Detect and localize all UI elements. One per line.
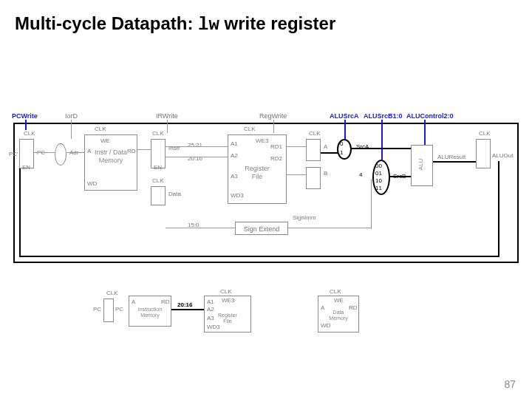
wire-alusrcb	[381, 120, 383, 160]
lbl-mem-we: WE	[100, 137, 110, 144]
thin-iord	[71, 120, 72, 139]
thin-ir-rf1	[166, 146, 228, 147]
lbl-clk-a: CLK	[309, 130, 321, 137]
page-number: 87	[504, 378, 516, 390]
lbl-alu: ALU	[417, 159, 424, 171]
wire-alusrca	[344, 120, 346, 140]
title-mono: lw	[198, 15, 219, 35]
mini-clk3: CLK	[330, 288, 341, 295]
data-register	[151, 186, 166, 205]
mux-iord	[55, 143, 66, 166]
thin-signext-up	[371, 179, 372, 229]
mux-01: 01	[375, 170, 382, 177]
lbl-aluresult: ALUResult	[437, 154, 466, 160]
wire-srcb-alu	[390, 176, 411, 177]
wire-aluctl	[424, 120, 426, 148]
sign-extend: Sign Extend	[235, 222, 288, 235]
ctrl-alusrcb: ALUSrcB1:0	[364, 112, 403, 120]
wire-feedback-bus-v-right	[498, 161, 499, 257]
mini-pcprime: PC	[93, 306, 101, 313]
ctrl-irwrite: IRWrite	[156, 112, 178, 120]
mini-bits: 20:16	[177, 301, 192, 308]
lbl-aluout: ALUOut	[492, 152, 513, 159]
thin-ir-rf2	[166, 157, 228, 157]
thin-ir-signext	[166, 228, 235, 228]
mini-datapath: CLK PC PC Instruction Memory A RD 20:16 …	[103, 288, 384, 340]
mux-11: 11	[375, 185, 382, 191]
mini-wire-instr	[171, 309, 204, 310]
mux-10: 10	[375, 177, 382, 184]
mini-clk1: CLK	[106, 290, 118, 296]
wire-a-to-mux	[321, 152, 338, 154]
thin-mux-mem	[66, 152, 84, 153]
thin-signext-muxb	[288, 228, 371, 228]
lbl-a3: A3	[231, 173, 238, 180]
lbl-signimm: SignImm	[293, 214, 316, 221]
ctrl-iord: IorD	[65, 112, 78, 120]
lbl-en-pc: EN	[22, 164, 30, 171]
datapath-diagram: PCWrite IorD IRWrite RegWrite ALUSrcA AL…	[13, 103, 519, 266]
thin-rd1-a	[287, 146, 306, 147]
mini-clk2: CLK	[220, 288, 232, 295]
mini-dmem-a: A	[321, 304, 324, 311]
mux-00: 00	[375, 163, 382, 169]
lbl-b-out: B	[324, 170, 327, 177]
wire-srca-alu	[352, 148, 411, 149]
b-register	[306, 167, 321, 189]
lbl-bits-25-21: 25:21	[188, 142, 202, 149]
thin-irwrite	[167, 120, 168, 133]
lbl-en-ir: EN	[154, 164, 162, 171]
wire-aluresult	[433, 161, 476, 163]
mini-imem-a: A	[132, 299, 135, 305]
ctrl-alucontrol: ALUControl2:0	[406, 112, 454, 120]
thin-rd2-b	[287, 174, 306, 175]
mini-wd3: WD3	[207, 324, 220, 330]
wire-pcwrite	[25, 120, 27, 130]
lbl-four: 4	[359, 171, 362, 178]
lbl-mem-wd: WD	[87, 180, 97, 187]
lbl-clk-ir: CLK	[152, 130, 164, 137]
aluout-register	[476, 139, 491, 168]
mini-pc-reg	[103, 299, 114, 322]
lbl-clk-aluout: CLK	[479, 130, 491, 137]
mini-a3: A3	[207, 315, 214, 321]
wire-feedback-bus-h	[19, 256, 499, 257]
mini-imem-rd: RD	[161, 299, 170, 305]
mini-dmem-wd: WD	[321, 322, 330, 329]
slide-title: Multi-cycle Datapath: lw write register	[15, 13, 335, 35]
a-register	[306, 139, 321, 161]
lbl-a1: A1	[231, 140, 238, 147]
thin-regwrite	[273, 120, 274, 133]
lbl-rd1: RD1	[270, 143, 282, 150]
lbl-data-out: Data	[168, 191, 181, 197]
lbl-a-out: A	[324, 143, 327, 150]
mux-alusrca	[337, 139, 352, 160]
lbl-mem-rd: RD	[127, 148, 136, 154]
mini-dmem-rd: RD	[349, 304, 358, 311]
title-pre: Multi-cycle Datapath:	[15, 13, 198, 33]
lbl-a2: A2	[231, 152, 238, 159]
thin-pc-mux	[34, 152, 55, 153]
lbl-rd2: RD2	[270, 155, 282, 162]
mini-pc: PC	[115, 306, 123, 313]
lbl-clk-data: CLK	[152, 177, 164, 184]
ctrl-pcwrite: PCWrite	[12, 112, 38, 120]
wire-feedback-bus-v-left	[19, 168, 21, 257]
title-post: write register	[219, 13, 335, 33]
lbl-mem-a: A	[87, 148, 91, 154]
mini-a1: A1	[207, 299, 214, 305]
ctrl-alusrca: ALUSrcA	[330, 112, 359, 120]
thin-mem-ir	[137, 149, 151, 150]
mini-dmem-we: WE	[334, 297, 344, 304]
lbl-pcprime: PC'	[9, 151, 18, 157]
lbl-clk-mem: CLK	[95, 126, 106, 132]
lbl-we3: WE3	[256, 137, 268, 144]
lbl-wd3: WD3	[231, 192, 244, 199]
lbl-clk-pc: CLK	[24, 130, 35, 137]
mini-we3: WE3	[222, 297, 234, 304]
mini-a2: A2	[207, 306, 214, 313]
lbl-clk-rf: CLK	[244, 126, 256, 132]
ctrl-regwrite: RegWrite	[259, 112, 287, 120]
